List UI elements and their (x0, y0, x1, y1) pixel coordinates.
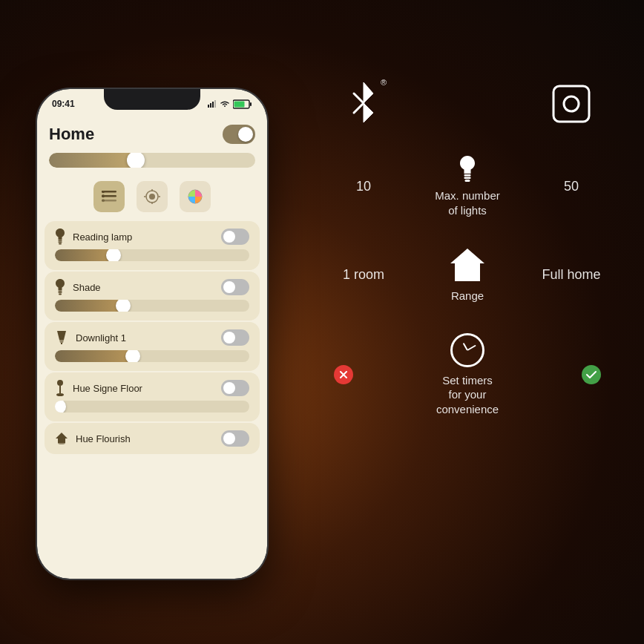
color-tab-icon (188, 189, 203, 204)
home-toggle-thumb (238, 127, 253, 142)
status-time: 09:41 (52, 99, 75, 109)
range-row: 1 room Range Full home (334, 247, 601, 303)
check-icon (586, 370, 597, 379)
minute-hand (467, 344, 476, 350)
list-tab-icon (102, 191, 116, 203)
light-toggle[interactable] (221, 380, 249, 396)
svg-rect-6 (234, 101, 245, 107)
light-item-left: Hue Flourish (55, 433, 131, 444)
wifi-icon (220, 100, 230, 108)
svg-point-23 (57, 380, 63, 386)
light-item-top: Downlight 1 (55, 329, 249, 346)
light-toggle-thumb (223, 382, 235, 394)
light-slider-fill (55, 300, 123, 312)
brightness-row (37, 150, 267, 175)
light-toggle-thumb (223, 281, 235, 293)
max-lights-left-value: 10 (334, 179, 393, 194)
bridge-feature (549, 82, 594, 126)
timer-yes-icon (582, 365, 601, 384)
registered-mark: ® (381, 78, 387, 87)
svg-point-28 (564, 96, 579, 111)
tab-color[interactable] (180, 181, 211, 212)
light-toggle[interactable] (221, 279, 249, 295)
svg-point-11 (102, 194, 105, 197)
bluetooth-icon: ® (346, 81, 381, 127)
light-slider-fill (55, 350, 133, 362)
light-name: Reading lamp (73, 231, 132, 243)
svg-point-12 (102, 199, 105, 202)
home-header: Home (37, 116, 267, 150)
clock-face (456, 339, 479, 361)
svg-rect-18 (59, 243, 62, 245)
range-right-value: Full home (542, 267, 601, 283)
svg-rect-5 (250, 102, 252, 106)
light-toggle[interactable] (221, 430, 249, 447)
light-slider-row (55, 350, 249, 368)
bulb-icon (55, 229, 65, 245)
svg-rect-21 (59, 294, 62, 295)
light-slider-track[interactable] (55, 401, 249, 413)
svg-rect-31 (465, 180, 470, 182)
svg-rect-17 (59, 242, 62, 243)
light-toggle[interactable] (221, 229, 249, 245)
light-slider-row (55, 401, 249, 418)
light-toggle[interactable] (221, 329, 249, 346)
light-slider-thumb[interactable] (55, 401, 66, 413)
svg-point-25 (56, 393, 64, 396)
svg-rect-1 (210, 103, 211, 108)
light-slider-track[interactable] (55, 249, 249, 261)
svg-rect-30 (464, 177, 471, 180)
svg-point-26 (58, 441, 65, 444)
light-toggle-thumb (223, 332, 235, 344)
list-item: Shade (45, 272, 260, 321)
list-item: Hue Signe Floor (45, 372, 260, 421)
top-icons: ® (341, 82, 594, 126)
list-item: Reading lamp (45, 221, 260, 270)
lights-list: Reading lamp (37, 218, 267, 457)
light-name: Shade (73, 282, 101, 293)
home-toggle[interactable] (223, 125, 255, 144)
range-left-value: 1 room (334, 267, 393, 283)
max-lights-row: 10 Max. numberof lights 50 (334, 156, 601, 217)
light-slider-track[interactable] (55, 350, 249, 362)
light-toggle-thumb (223, 231, 235, 243)
light-slider-thumb[interactable] (116, 300, 131, 312)
tab-list[interactable] (93, 181, 125, 212)
list-item: Hue Flourish (45, 423, 260, 454)
bulb-feature-icon (459, 156, 476, 183)
ceiling-lamp-icon (55, 433, 68, 444)
home-title: Home (49, 125, 94, 144)
svg-point-10 (102, 191, 105, 193)
timers-center: Set timersfor yourconvenience (353, 333, 582, 417)
brightness-track[interactable] (49, 153, 255, 168)
tabs-row (37, 175, 267, 218)
light-item-top: Shade (55, 279, 249, 295)
light-slider-thumb[interactable] (125, 350, 140, 362)
svg-point-13 (149, 194, 155, 200)
light-toggle-thumb (223, 433, 235, 444)
phone-screen: 09:41 (37, 89, 267, 579)
svg-rect-3 (214, 100, 216, 108)
max-lights-center: Max. numberof lights (393, 156, 542, 217)
light-item-left: Reading lamp (55, 229, 132, 245)
light-slider-row (55, 249, 249, 267)
bluetooth-svg (346, 81, 381, 124)
tab-scenes[interactable] (137, 181, 168, 212)
svg-rect-16 (59, 240, 62, 242)
light-name: Hue Signe Floor (73, 383, 142, 394)
light-name: Downlight 1 (76, 332, 126, 344)
max-lights-right-value: 50 (542, 179, 601, 194)
bridge-svg (551, 83, 592, 125)
status-icons (208, 99, 252, 109)
light-slider-track[interactable] (55, 300, 249, 312)
screen-content: Home (37, 116, 267, 579)
light-item-top: Hue Signe Floor (55, 380, 249, 396)
light-slider-thumb[interactable] (106, 249, 121, 261)
timers-label: Set timersfor yourconvenience (436, 373, 499, 417)
phone-outer: 09:41 (37, 89, 267, 579)
svg-rect-29 (464, 174, 471, 177)
scenes-tab-icon (144, 189, 160, 204)
bluetooth-icon-wrapper: ® (341, 82, 386, 126)
svg-rect-0 (208, 105, 209, 108)
brightness-thumb[interactable] (127, 153, 145, 168)
